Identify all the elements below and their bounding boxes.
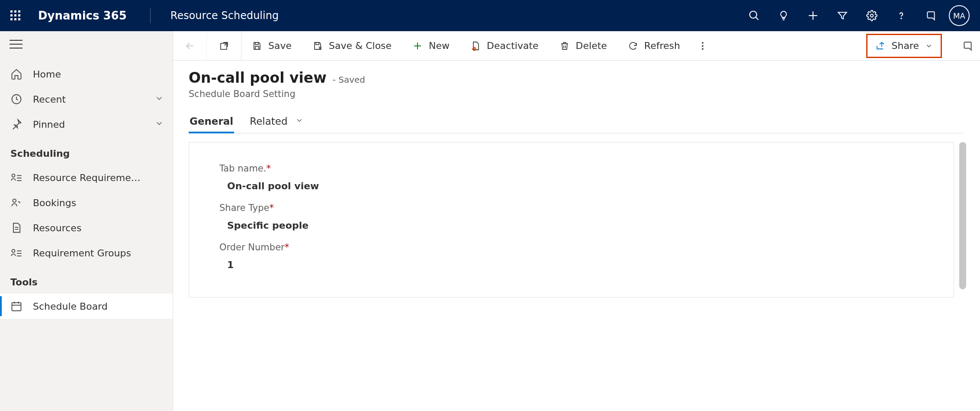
new-button[interactable]: New	[402, 31, 460, 60]
scrollbar[interactable]	[959, 142, 966, 289]
chevron-down-icon	[295, 116, 304, 127]
svg-line-1	[756, 17, 758, 20]
sidebar-item-label: Resource Requireme…	[33, 172, 141, 183]
brand-name[interactable]: Dynamics 365	[38, 9, 127, 22]
tab-label: General	[190, 116, 233, 127]
field-value-tabname[interactable]: On-call pool view	[227, 181, 923, 191]
share-button[interactable]: Share	[866, 34, 942, 58]
sidebar-item-resources[interactable]: Resources	[0, 215, 173, 240]
clock-icon	[10, 93, 22, 105]
sidebar-item-schedule-board[interactable]: Schedule Board	[0, 294, 173, 319]
gear-icon[interactable]	[857, 0, 887, 31]
save-close-button[interactable]: Save & Close	[302, 31, 402, 60]
lightbulb-icon[interactable]	[769, 0, 798, 31]
command-label: Save	[268, 40, 292, 51]
menu-icon	[10, 40, 22, 49]
sidebar-toggle[interactable]	[0, 31, 173, 57]
svg-rect-27	[316, 42, 319, 45]
calendar-board-icon	[10, 300, 22, 312]
avatar[interactable]: MA	[949, 5, 970, 26]
svg-point-5	[901, 18, 901, 19]
delete-button[interactable]: Delete	[549, 31, 617, 60]
main-area: Save Save & Close New Deactivate Delete …	[173, 31, 980, 411]
save-icon	[252, 41, 262, 51]
sidebar-item-label: Resources	[33, 223, 81, 233]
separator	[150, 8, 151, 23]
record-title: On-call pool view	[189, 69, 327, 86]
field-label-sharetype: Share Type*	[219, 203, 923, 213]
deactivate-button[interactable]: Deactivate	[460, 31, 549, 60]
svg-point-7	[12, 174, 15, 177]
command-label: Share	[892, 40, 919, 51]
save-close-icon	[312, 41, 323, 51]
sidebar-group-tools: Tools	[0, 265, 173, 294]
chevron-down-icon	[154, 119, 164, 130]
command-label: New	[429, 40, 450, 51]
refresh-button[interactable]: Refresh	[617, 31, 691, 60]
sidebar-item-pinned[interactable]: Pinned	[0, 112, 173, 137]
add-icon[interactable]	[798, 0, 828, 31]
refresh-icon	[628, 41, 638, 51]
command-bar: Save Save & Close New Deactivate Delete …	[173, 31, 980, 61]
sidebar-item-bookings[interactable]: Bookings	[0, 190, 173, 215]
more-commands[interactable]	[691, 31, 715, 60]
app-area[interactable]: Resource Scheduling	[170, 10, 279, 22]
svg-point-37	[702, 45, 704, 47]
svg-point-38	[702, 48, 704, 50]
plus-icon	[412, 41, 423, 51]
svg-point-0	[750, 11, 757, 18]
user-list-icon	[10, 172, 22, 184]
assistant-button[interactable]	[955, 31, 980, 60]
command-label: Delete	[576, 40, 607, 51]
search-icon[interactable]	[739, 0, 769, 31]
global-nav: Dynamics 365 Resource Scheduling MA	[0, 0, 980, 31]
field-label-tabname: Tab name.*	[219, 163, 923, 174]
trash-icon	[559, 41, 570, 51]
open-in-new-window[interactable]	[207, 31, 241, 60]
svg-point-14	[12, 249, 15, 252]
filter-icon[interactable]	[828, 0, 857, 31]
svg-rect-26	[255, 46, 259, 49]
tab-general[interactable]: General	[189, 112, 234, 133]
back-button[interactable]	[173, 31, 207, 60]
sidebar-item-label: Requirement Groups	[33, 248, 131, 259]
tab-label: Related	[250, 116, 287, 127]
chevron-down-icon	[925, 42, 933, 50]
sidebar-group-scheduling: Scheduling	[0, 137, 173, 165]
command-label: Refresh	[644, 40, 680, 51]
chevron-down-icon	[154, 94, 164, 105]
entity-name: Schedule Board Setting	[189, 89, 964, 99]
form-header: On-call pool view - Saved Schedule Board…	[173, 61, 980, 133]
sidebar-item-requirement-groups[interactable]: Requirement Groups	[0, 240, 173, 265]
sidebar-item-label: Pinned	[33, 119, 65, 130]
svg-point-36	[702, 42, 704, 44]
form-body: Tab name.* On-call pool view Share Type*…	[173, 133, 980, 306]
record-state: - Saved	[333, 74, 365, 85]
sidebar-item-recent[interactable]: Recent	[0, 87, 173, 112]
command-label: Save & Close	[329, 40, 392, 51]
sidebar-item-label: Bookings	[33, 197, 76, 208]
resources-icon	[10, 222, 22, 234]
field-label-ordernumber: Order Number*	[219, 242, 923, 252]
sidebar: Home Recent Pinned Schedul	[0, 31, 173, 411]
save-button[interactable]: Save	[241, 31, 302, 60]
svg-point-4	[871, 14, 874, 17]
field-value-ordernumber[interactable]: 1	[227, 259, 923, 270]
avatar-initials: MA	[953, 11, 965, 20]
sidebar-item-home[interactable]: Home	[0, 61, 173, 87]
user-link-icon	[10, 197, 22, 209]
svg-line-24	[225, 42, 228, 45]
user-list-icon	[10, 247, 22, 259]
chat-icon[interactable]	[916, 0, 945, 31]
svg-rect-25	[255, 42, 258, 45]
tab-related[interactable]: Related	[249, 112, 305, 133]
deactivate-icon	[470, 41, 481, 51]
form-section: Tab name.* On-call pool view Share Type*…	[189, 142, 954, 298]
app-launcher[interactable]	[5, 5, 26, 26]
sidebar-item-resource-requirements[interactable]: Resource Requireme…	[0, 165, 173, 190]
waffle-icon	[10, 10, 21, 21]
svg-point-11	[13, 199, 16, 202]
sidebar-item-label: Recent	[33, 94, 66, 105]
field-value-sharetype[interactable]: Specific people	[227, 220, 923, 231]
help-icon[interactable]	[887, 0, 916, 31]
